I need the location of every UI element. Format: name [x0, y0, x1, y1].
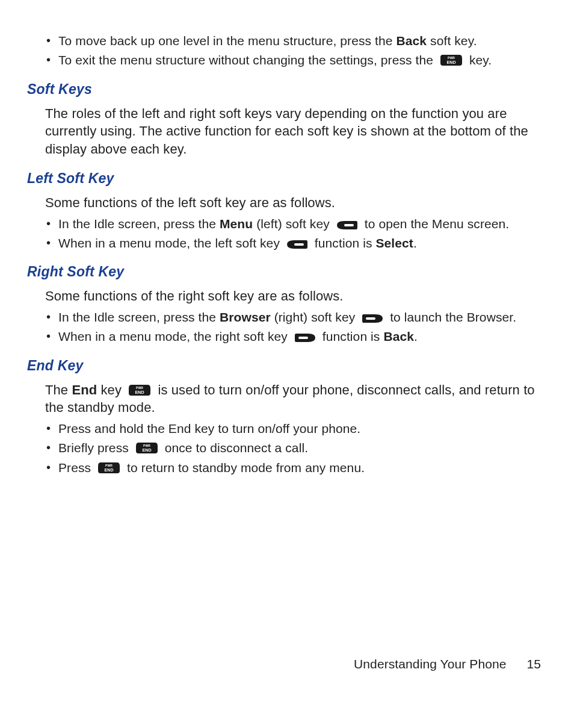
- svg-text:PWR: PWR: [448, 56, 455, 60]
- bold-text: End: [72, 382, 97, 397]
- end-key-block: The End key PWREND is used to turn on/of…: [45, 381, 544, 476]
- end-key-icon: PWREND: [135, 441, 159, 455]
- bold-text: Select: [375, 236, 413, 250]
- page-footer: Understanding Your Phone 15: [354, 656, 541, 673]
- svg-text:PWR: PWR: [105, 464, 113, 467]
- list-item: In the Idle screen, press the Menu (left…: [45, 216, 544, 232]
- left-soft-key-icon: [286, 239, 309, 250]
- bold-text: Menu: [220, 217, 253, 231]
- footer-section: Understanding Your Phone: [354, 657, 506, 671]
- text: function is: [319, 329, 384, 343]
- svg-rect-4: [366, 317, 375, 320]
- svg-text:END: END: [135, 390, 144, 394]
- list-item: Press PWREND to return to standby mode f…: [45, 459, 544, 476]
- heading-right-soft-key: Right Soft Key: [27, 263, 547, 281]
- text: In the Idle screen, press the: [58, 310, 220, 324]
- right-soft-key-intro: Some functions of the right soft key are…: [45, 287, 544, 305]
- svg-text:END: END: [446, 60, 455, 64]
- left-soft-key-block: Some functions of the left soft key are …: [45, 194, 544, 252]
- text: To move back up one level in the menu st…: [58, 34, 397, 48]
- manual-page: To move back up one level in the menu st…: [0, 0, 574, 728]
- text: .: [414, 329, 418, 343]
- text: The: [45, 382, 72, 397]
- heading-end-key: End Key: [27, 356, 547, 375]
- text: to launch the Browser.: [386, 310, 516, 324]
- text: soft key.: [427, 34, 477, 48]
- list-item: Briefly press PWREND once to disconnect …: [45, 440, 544, 456]
- text: to open the Menu screen.: [361, 217, 510, 231]
- text: Press and hold the End key to turn on/of…: [58, 422, 360, 435]
- text: When in a menu mode, the right soft key: [58, 329, 291, 343]
- svg-text:END: END: [142, 448, 151, 452]
- top-bullets-block: To move back up one level in the menu st…: [45, 33, 544, 69]
- text: Press: [58, 461, 94, 474]
- list-item: In the Idle screen, press the Browser (r…: [45, 309, 544, 326]
- right-soft-key-icon: [294, 332, 316, 343]
- svg-rect-3: [294, 243, 304, 246]
- bold-text: Back: [397, 34, 427, 48]
- bold-text: Back: [383, 329, 414, 343]
- end-key-icon: PWREND: [128, 384, 152, 397]
- right-soft-key-icon: [361, 313, 384, 324]
- text: function is: [311, 236, 376, 250]
- text: key: [97, 382, 125, 397]
- end-key-bullets: Press and hold the End key to turn on/of…: [45, 420, 544, 476]
- svg-text:PWR: PWR: [143, 444, 150, 447]
- list-item: Press and hold the End key to turn on/of…: [45, 420, 544, 437]
- top-bullets: To move back up one level in the menu st…: [45, 33, 544, 69]
- list-item: To exit the menu structure without chang…: [45, 52, 544, 69]
- bold-text: Browser: [220, 310, 271, 324]
- page-number: 15: [526, 656, 541, 673]
- svg-text:END: END: [105, 468, 114, 472]
- end-key-paragraph: The End key PWREND is used to turn on/of…: [45, 381, 544, 417]
- list-item: When in a menu mode, the left soft key f…: [45, 235, 544, 252]
- svg-rect-5: [298, 337, 308, 339]
- text: (left) soft key: [253, 217, 333, 231]
- text: (right) soft key: [271, 310, 359, 324]
- list-item: To move back up one level in the menu st…: [45, 33, 544, 49]
- svg-rect-2: [344, 224, 354, 226]
- end-key-icon: PWREND: [97, 461, 121, 474]
- text: To exit the menu structure without chang…: [58, 53, 437, 67]
- right-soft-key-bullets: In the Idle screen, press the Browser (r…: [45, 309, 544, 346]
- end-key-icon: PWREND: [439, 54, 463, 67]
- list-item: When in a menu mode, the right soft key …: [45, 328, 544, 345]
- soft-keys-paragraph: The roles of the left and right soft key…: [45, 105, 544, 158]
- text: When in a menu mode, the left soft key: [58, 236, 283, 250]
- text: Briefly press: [58, 441, 132, 455]
- left-soft-key-icon: [336, 220, 359, 231]
- text: .: [413, 236, 417, 250]
- text: In the Idle screen, press the: [58, 217, 220, 231]
- left-soft-key-intro: Some functions of the left soft key are …: [45, 194, 544, 212]
- right-soft-key-block: Some functions of the right soft key are…: [45, 287, 544, 345]
- text: key.: [466, 53, 492, 67]
- heading-left-soft-key: Left Soft Key: [27, 169, 547, 188]
- text: once to disconnect a call.: [161, 441, 308, 455]
- svg-text:PWR: PWR: [136, 386, 143, 390]
- left-soft-key-bullets: In the Idle screen, press the Menu (left…: [45, 216, 544, 252]
- text: to return to standby mode from any menu.: [123, 461, 365, 474]
- heading-soft-keys: Soft Keys: [27, 80, 547, 99]
